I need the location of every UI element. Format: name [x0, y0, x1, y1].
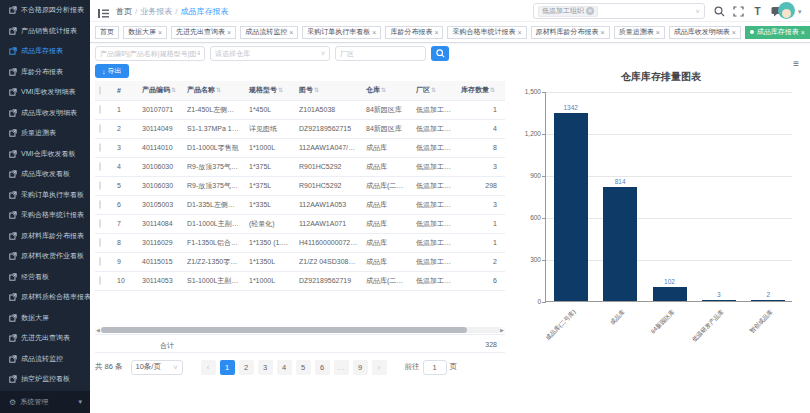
- table-row[interactable]: 530106030R9-放顶375气瓶总成1*375LR901HC5292成品库…: [95, 176, 505, 195]
- sort-icon[interactable]: ⇅: [314, 87, 319, 93]
- horizontal-scrollbar[interactable]: ◀ ▶: [95, 327, 505, 333]
- sidebar-group-system[interactable]: ⚙ 系统管理 ▾: [0, 391, 90, 413]
- tab[interactable]: 先进先出查询表×: [171, 26, 236, 39]
- sidebar-item[interactable]: 成品库收发明细表: [0, 103, 90, 124]
- tab-close-icon[interactable]: ×: [372, 29, 376, 36]
- tab[interactable]: 采购订单执行率看板×: [302, 26, 381, 39]
- table-row[interactable]: 730114084D1-1000L主副罐气瓶...(轻量化)112AAW1A07…: [95, 214, 505, 233]
- sidebar-item[interactable]: 成品流转监控: [0, 349, 90, 370]
- org-select[interactable]: 低温加工组织 × ˅: [533, 3, 705, 19]
- select-all-checkbox[interactable]: [99, 86, 101, 95]
- table-row[interactable]: 1030114053S1-1000L主副罐(B压...1*1000LDZ9218…: [95, 271, 505, 290]
- tab-close-icon[interactable]: ×: [289, 29, 293, 36]
- warehouse-select[interactable]: 请选择仓库 ˅: [210, 46, 330, 61]
- avatar[interactable]: [778, 2, 795, 19]
- row-checkbox[interactable]: [99, 238, 101, 247]
- sidebar-item[interactable]: 质量追溯表: [0, 123, 90, 144]
- font-size-icon[interactable]: T: [750, 4, 765, 19]
- sidebar-item[interactable]: VMI库收发明细表: [0, 82, 90, 103]
- factory-input[interactable]: [335, 46, 426, 61]
- column-header[interactable]: 产品名称⇅: [183, 81, 245, 100]
- sidebar-item[interactable]: 采购订单执行率看板: [0, 185, 90, 206]
- sort-icon[interactable]: ⇅: [278, 87, 283, 93]
- sidebar-item[interactable]: 抽空炉监控看板: [0, 369, 90, 390]
- tab[interactable]: 首页: [95, 26, 119, 39]
- table-row[interactable]: 940115015Z1/Z2-1350零售瓶1*1350LZ1/Z2 04SD3…: [95, 252, 505, 271]
- scroll-right-icon[interactable]: ▶: [499, 327, 505, 333]
- tab-close-icon[interactable]: ×: [158, 29, 162, 36]
- page-button[interactable]: 6: [315, 360, 330, 375]
- sidebar-item[interactable]: 原材料收货作业看板: [0, 246, 90, 267]
- sidebar-item[interactable]: 成品库收发看板: [0, 164, 90, 185]
- row-checkbox[interactable]: [99, 257, 101, 266]
- sort-icon[interactable]: ⇅: [171, 87, 176, 93]
- jump-page-input[interactable]: [423, 360, 447, 375]
- page-button[interactable]: 1: [220, 360, 235, 375]
- row-checkbox[interactable]: [99, 276, 101, 285]
- row-checkbox[interactable]: [99, 181, 101, 190]
- column-header[interactable]: 产品编码⇅: [138, 81, 183, 100]
- chart-bar[interactable]: [751, 300, 785, 301]
- fullscreen-icon[interactable]: [731, 4, 746, 19]
- export-button[interactable]: ↓ 导出: [95, 64, 129, 78]
- sidebar-item[interactable]: VMI仓库收发看板: [0, 144, 90, 165]
- sidebar-item[interactable]: 数据大屏: [0, 308, 90, 329]
- column-header[interactable]: 图号⇅: [295, 81, 362, 100]
- prev-page-button[interactable]: ‹: [201, 360, 216, 375]
- table-row[interactable]: 130107071Z1-450L左侧置泵阀...1*450LZ101A50388…: [95, 100, 505, 119]
- chart-bar[interactable]: [603, 187, 637, 301]
- row-checkbox[interactable]: [99, 143, 101, 152]
- page-size-select[interactable]: 10条/页 ˅: [131, 360, 183, 375]
- sidebar-item[interactable]: 采购合格率统计报表: [0, 205, 90, 226]
- page-button[interactable]: 2: [239, 360, 254, 375]
- breadcrumb-item[interactable]: 业务报表: [140, 7, 172, 16]
- row-checkbox[interactable]: [99, 219, 101, 228]
- chart-bar[interactable]: [554, 113, 588, 301]
- scrollbar-track[interactable]: [101, 327, 499, 333]
- tab-close-icon[interactable]: ×: [227, 29, 231, 36]
- row-checkbox[interactable]: [99, 200, 101, 209]
- sidebar-item[interactable]: 先进先出查询表: [0, 328, 90, 349]
- tab[interactable]: 成品流转监控×: [240, 26, 298, 39]
- keyword-input[interactable]: [95, 46, 205, 61]
- tab-close-icon[interactable]: ×: [434, 29, 438, 36]
- tab[interactable]: 数据大屏×: [123, 26, 167, 39]
- page-button[interactable]: 9: [353, 360, 368, 375]
- sidebar-item[interactable]: 原材料库龄分布报表: [0, 226, 90, 247]
- org-tag-close-icon[interactable]: ×: [586, 7, 594, 15]
- table-row[interactable]: 630105003D1-335L左侧置气瓶...1*335L112AAW1A05…: [95, 195, 505, 214]
- tab-close-icon[interactable]: ×: [601, 29, 605, 36]
- sidebar-item[interactable]: 不合格原因分析报表: [0, 0, 90, 21]
- sort-icon[interactable]: ⇅: [381, 87, 386, 93]
- row-checkbox[interactable]: [99, 105, 101, 114]
- search-button[interactable]: [431, 46, 449, 61]
- table-row[interactable]: 230114049S1-1.37MPa 1000L...详见图纸DZ921895…: [95, 119, 505, 138]
- table-row[interactable]: 430106030R9-放顶375气瓶总成1*375LR901HC5292成品库…: [95, 157, 505, 176]
- breadcrumb-item[interactable]: 首页: [116, 7, 132, 16]
- chevron-down-icon[interactable]: ▾: [798, 8, 802, 16]
- tab[interactable]: 质量追溯表×: [614, 26, 665, 39]
- sidebar-item[interactable]: 产品销售统计报表: [0, 21, 90, 42]
- sidebar-item[interactable]: 原材料质检合格率报表: [0, 287, 90, 308]
- tab-close-icon[interactable]: ×: [801, 29, 805, 36]
- tab-close-icon[interactable]: ×: [517, 29, 521, 36]
- tab[interactable]: 原材料库龄分布报表×: [531, 26, 610, 39]
- page-button[interactable]: 3: [258, 360, 273, 375]
- column-header[interactable]: 厂区⇅: [412, 81, 457, 100]
- chart-bar[interactable]: [702, 300, 736, 301]
- row-checkbox[interactable]: [99, 124, 101, 133]
- tab[interactable]: 成品库收发明细表×: [669, 26, 741, 39]
- tab-active[interactable]: 成品库存报表×: [745, 26, 810, 39]
- scrollbar-thumb[interactable]: [101, 327, 467, 333]
- sort-icon[interactable]: ⇅: [490, 87, 495, 93]
- tab[interactable]: 库龄分布报表×: [385, 26, 443, 39]
- row-checkbox[interactable]: [99, 162, 101, 171]
- chart-bar[interactable]: [653, 287, 687, 301]
- more-pages-button[interactable]: …: [334, 360, 349, 375]
- column-header[interactable]: 规格型号⇅: [245, 81, 295, 100]
- sort-icon[interactable]: ⇅: [431, 87, 436, 93]
- chart-menu-icon[interactable]: ≡: [793, 58, 799, 69]
- sidebar-toggle-icon[interactable]: [98, 5, 109, 23]
- search-icon[interactable]: [712, 4, 727, 19]
- table-row[interactable]: 340114010D1-1000L零售瓶1*1000L112AAW1A047/0…: [95, 138, 505, 157]
